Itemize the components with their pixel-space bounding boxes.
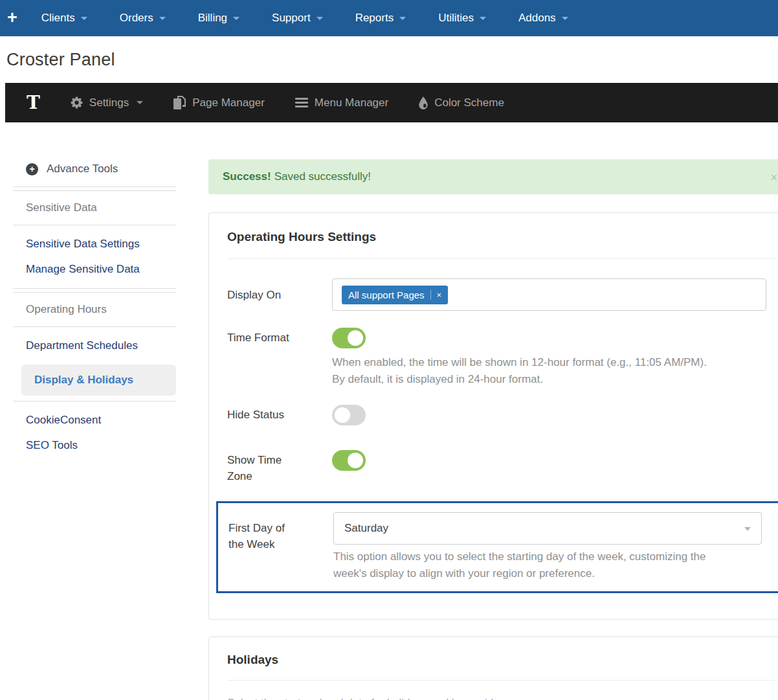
gear-icon [71, 96, 83, 109]
droplet-icon [419, 96, 428, 109]
alert-title: Success! [223, 170, 271, 183]
time-format-toggle[interactable] [332, 328, 366, 348]
nav-reports[interactable]: Reports [339, 0, 423, 36]
nav-reports-label: Reports [355, 12, 394, 25]
time-format-help: When enabled, the time will be shown in … [332, 354, 766, 388]
menu-icon [295, 98, 308, 107]
sidebar-item-manage-sensitive-data[interactable]: Manage Sensitive Data [13, 263, 176, 276]
divider [13, 401, 176, 401]
divider [13, 292, 176, 293]
show-time-zone-toggle[interactable] [332, 450, 366, 471]
time-format-control: When enabled, the time will be shown in … [332, 328, 766, 388]
chevron-down-icon [399, 17, 406, 20]
toolbar-menu-manager[interactable]: Menu Manager [295, 96, 388, 109]
nav-addons[interactable]: Addons [502, 0, 584, 36]
first-day-selected-value: Saturday [344, 522, 388, 535]
sidebar-header-operating-hours: Operating Hours [13, 303, 176, 316]
chevron-down-icon [562, 17, 568, 20]
hide-status-row: Hide Status [227, 405, 775, 425]
success-alert: Success!Saved successfully! × [208, 159, 778, 194]
page-title: Croster Panel [6, 48, 778, 71]
chevron-down-icon [744, 527, 751, 531]
nav-billing[interactable]: Billing [182, 0, 256, 36]
help-line: By default, it is displayed in 24-hour f… [332, 371, 766, 388]
sidebar-item-department-schedules[interactable]: Department Schedules [13, 339, 176, 352]
first-day-select[interactable]: Saturday [333, 512, 762, 545]
chevron-down-icon [81, 17, 87, 20]
toolbar-color-scheme[interactable]: Color Scheme [419, 96, 504, 109]
divider [13, 190, 176, 191]
divider [13, 186, 176, 187]
top-navbar: + Clients Orders Billing Support Reports… [0, 0, 778, 36]
hide-status-label: Hide Status [227, 405, 292, 423]
display-on-label: Display On [227, 287, 292, 303]
nav-orders[interactable]: Orders [104, 0, 182, 36]
first-day-help: This option allows you to select the sta… [333, 548, 762, 582]
sidebar-item-seo-tools[interactable]: SEO Tools [13, 439, 176, 452]
display-on-input[interactable]: All support Pages × [332, 278, 766, 311]
pages-icon [173, 96, 186, 109]
first-day-label: First Day of the Week [228, 512, 293, 552]
nav-clients-label: Clients [41, 12, 75, 25]
toolbar-settings-label: Settings [89, 96, 129, 109]
remove-tag-icon[interactable]: × [430, 290, 442, 300]
display-on-control: All support Pages × [332, 278, 766, 311]
alert-message: Saved successfully! [274, 170, 371, 183]
toggle-knob [348, 330, 363, 346]
toolbar-color-scheme-label: Color Scheme [434, 96, 504, 109]
help-line: When enabled, the time will be shown in … [332, 354, 766, 371]
card-title: Holidays [227, 653, 775, 667]
nav-support[interactable]: Support [256, 0, 339, 36]
holidays-description: Select the start and end date for holida… [227, 695, 775, 700]
sidebar-item-cookieconsent[interactable]: CookieConsent [13, 414, 176, 427]
sidebar-item-display-holidays[interactable]: Display & Holidays [21, 365, 176, 396]
sidebar-header-sensitive-data: Sensitive Data [13, 201, 176, 214]
nav-billing-label: Billing [198, 12, 227, 25]
divider [227, 680, 775, 681]
tag-chip: All support Pages × [342, 286, 448, 304]
close-icon[interactable]: × [770, 171, 777, 185]
time-format-label: Time Format [227, 328, 292, 346]
chevron-down-icon [480, 17, 486, 20]
nav-utilities[interactable]: Utilities [422, 0, 502, 36]
show-time-zone-label: Show Time Zone [227, 450, 292, 484]
brand-logo[interactable]: T [27, 92, 40, 113]
operating-hours-settings-card: Operating Hours Settings Display On All … [208, 212, 778, 620]
first-day-row: First Day of the Week Saturday This opti… [228, 512, 771, 582]
toolbar-page-manager[interactable]: Page Manager [173, 96, 265, 109]
nav-clients[interactable]: Clients [25, 0, 104, 36]
first-day-control: Saturday This option allows you to selec… [333, 512, 762, 582]
divider [13, 288, 176, 289]
chevron-down-icon [317, 17, 323, 20]
toolbar-page-manager-label: Page Manager [192, 96, 265, 109]
time-format-row: Time Format When enabled, the time will … [227, 328, 775, 388]
nav-orders-label: Orders [120, 12, 153, 25]
add-icon[interactable]: + [0, 8, 25, 29]
help-line: week's display to align with your region… [333, 565, 762, 582]
divider [227, 258, 775, 259]
sidebar-item-sensitive-data-settings[interactable]: Sensitive Data Settings [13, 238, 176, 251]
chevron-down-icon [159, 17, 166, 20]
addon-toolbar: T Settings Page Manager Menu Manager Col… [5, 83, 778, 122]
nav-support-label: Support [272, 12, 311, 25]
nav-utilities-label: Utilities [438, 12, 474, 25]
divider [13, 225, 176, 225]
plus-circle-icon: + [26, 163, 38, 175]
main-content: Success!Saved successfully! × Operating … [208, 159, 778, 700]
advance-tools-label: Advance Tools [47, 163, 118, 175]
toggle-knob [348, 453, 363, 468]
toggle-knob [335, 407, 350, 423]
sidebar-item-advance-tools[interactable]: + Advance Tools [13, 163, 176, 175]
hide-status-toggle[interactable] [332, 405, 366, 425]
help-line: This option allows you to select the sta… [333, 548, 762, 565]
display-on-row: Display On All support Pages × [227, 278, 775, 311]
toolbar-settings[interactable]: Settings [71, 96, 143, 109]
show-time-zone-control [332, 450, 766, 471]
toolbar-menu-manager-label: Menu Manager [315, 96, 388, 109]
tag-chip-label: All support Pages [348, 289, 425, 300]
content-area: + Advance Tools Sensitive Data Sensitive… [0, 122, 778, 700]
hide-status-control [332, 405, 766, 425]
sidebar: + Advance Tools Sensitive Data Sensitive… [13, 163, 176, 464]
chevron-down-icon [137, 101, 143, 104]
chevron-down-icon [233, 17, 239, 20]
